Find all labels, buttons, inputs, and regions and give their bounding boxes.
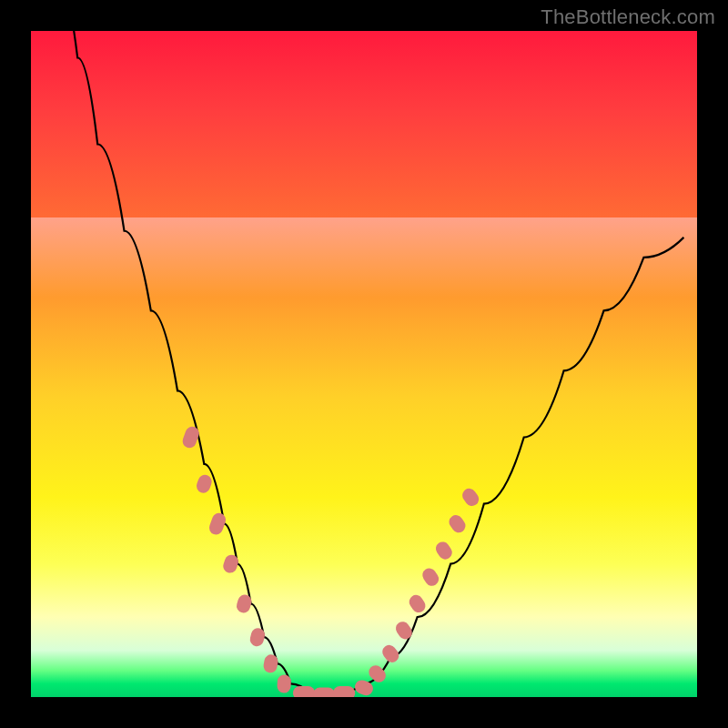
bead <box>433 540 455 562</box>
bottleneck-curve <box>57 31 683 693</box>
bead <box>181 425 201 450</box>
bead <box>221 553 239 575</box>
bead <box>313 688 335 697</box>
bead <box>420 566 441 589</box>
bead <box>333 686 355 697</box>
bead <box>407 592 429 615</box>
watermark-text: TheBottleneck.com <box>541 5 715 29</box>
bead <box>393 619 415 642</box>
bead <box>195 473 214 495</box>
bead <box>460 486 481 509</box>
bead <box>293 686 315 697</box>
bead <box>262 653 278 673</box>
highlight-beads <box>181 425 482 697</box>
plot-area <box>31 31 697 697</box>
bead <box>379 642 401 665</box>
chart-frame: TheBottleneck.com <box>0 0 728 728</box>
chart-svg <box>31 31 697 697</box>
bead <box>207 511 228 537</box>
bead <box>277 674 291 693</box>
bead <box>248 627 266 648</box>
bead <box>447 512 469 535</box>
curve-path <box>57 31 683 693</box>
